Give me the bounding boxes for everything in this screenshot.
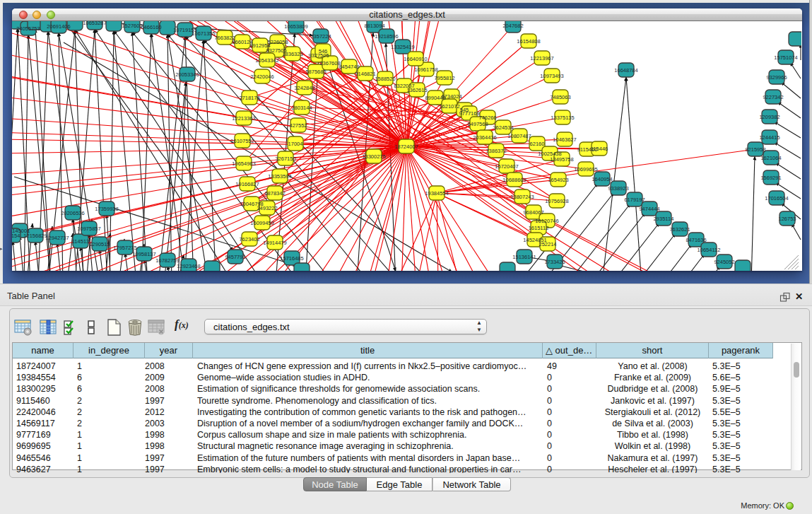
svg-text:13325419: 13325419 bbox=[391, 44, 414, 50]
svg-text:8454749: 8454749 bbox=[339, 64, 359, 70]
svg-text:39154: 39154 bbox=[12, 233, 20, 239]
svg-text:115446: 115446 bbox=[591, 146, 608, 152]
svg-text:10756928: 10756928 bbox=[545, 198, 568, 204]
svg-text:6878342: 6878342 bbox=[264, 190, 285, 197]
svg-text:6179197: 6179197 bbox=[624, 197, 645, 203]
svg-text:10653809: 10653809 bbox=[284, 23, 307, 30]
svg-text:16107552: 16107552 bbox=[230, 138, 254, 144]
svg-text:17957275: 17957275 bbox=[113, 245, 136, 251]
svg-text:746266: 746266 bbox=[478, 115, 496, 121]
svg-text:9227342: 9227342 bbox=[763, 94, 783, 100]
svg-text:10463627: 10463627 bbox=[553, 136, 576, 143]
svg-text:7623402: 7623402 bbox=[239, 236, 259, 243]
svg-text:19384554: 19384554 bbox=[425, 190, 448, 197]
svg-text:16099459: 16099459 bbox=[250, 220, 273, 226]
svg-text:2718176: 2718176 bbox=[239, 95, 259, 101]
svg-text:10975857: 10975857 bbox=[77, 226, 100, 232]
svg-text:546: 546 bbox=[319, 48, 328, 54]
svg-text:3493222: 3493222 bbox=[257, 205, 277, 211]
svg-text:12156829: 12156829 bbox=[23, 233, 47, 239]
svg-text:15136141: 15136141 bbox=[512, 254, 536, 260]
svg-text:16648784: 16648784 bbox=[614, 67, 637, 74]
svg-text:1640954: 1640954 bbox=[592, 176, 612, 182]
svg-text:7485063: 7485063 bbox=[550, 94, 570, 100]
svg-text:13375135: 13375135 bbox=[551, 115, 574, 121]
svg-text:17359938: 17359938 bbox=[95, 206, 118, 212]
svg-text:9338923: 9338923 bbox=[608, 185, 628, 192]
svg-text:16120746: 16120746 bbox=[535, 218, 558, 224]
svg-text:16782759: 16782759 bbox=[155, 257, 179, 264]
svg-text:13300275: 13300275 bbox=[362, 153, 385, 160]
svg-text:12942737: 12942737 bbox=[45, 235, 69, 241]
svg-text:62160: 62160 bbox=[530, 141, 545, 147]
svg-text:16640910: 16640910 bbox=[404, 56, 427, 62]
svg-text:7955812: 7955812 bbox=[434, 75, 454, 81]
svg-text:1290515: 1290515 bbox=[89, 241, 110, 247]
svg-text:20053346: 20053346 bbox=[175, 71, 199, 78]
svg-text:24055753: 24055753 bbox=[16, 25, 40, 32]
svg-text:19218596: 19218596 bbox=[375, 33, 398, 40]
svg-text:9457791: 9457791 bbox=[225, 254, 245, 260]
svg-text:9245052: 9245052 bbox=[714, 259, 734, 265]
svg-text:8215958: 8215958 bbox=[745, 146, 765, 153]
svg-text:7632621: 7632621 bbox=[669, 226, 690, 233]
svg-text:1615112: 1615112 bbox=[529, 225, 549, 231]
svg-text:10688609: 10688609 bbox=[502, 177, 526, 183]
svg-text:20364436: 20364436 bbox=[473, 134, 496, 141]
svg-text:1836323: 1836323 bbox=[282, 51, 302, 57]
svg-text:19166827: 19166827 bbox=[235, 181, 259, 187]
svg-text:13353594: 13353594 bbox=[268, 173, 291, 180]
svg-text:2803144: 2803144 bbox=[291, 105, 312, 111]
svg-text:20691406: 20691406 bbox=[47, 23, 70, 30]
svg-text:19654963: 19654963 bbox=[232, 160, 255, 167]
svg-text:1621072: 1621072 bbox=[439, 103, 459, 110]
svg-text:12213967: 12213967 bbox=[530, 55, 553, 62]
svg-text:7357224: 7357224 bbox=[310, 33, 331, 40]
svg-text:427552: 427552 bbox=[289, 122, 307, 129]
svg-text:5226058: 5226058 bbox=[267, 39, 288, 45]
svg-text:10653287: 10653287 bbox=[83, 21, 106, 26]
svg-text:6734024: 6734024 bbox=[441, 93, 461, 100]
svg-text:18724007: 18724007 bbox=[394, 144, 418, 150]
svg-text:20206536: 20206536 bbox=[61, 210, 84, 216]
svg-text:1733426: 1733426 bbox=[544, 259, 565, 265]
svg-text:22420046: 22420046 bbox=[250, 74, 273, 80]
svg-text:10973493: 10973493 bbox=[540, 73, 563, 79]
svg-text:1621064: 1621064 bbox=[760, 155, 781, 161]
svg-text:10654112: 10654112 bbox=[698, 247, 721, 253]
svg-text:13495758: 13495758 bbox=[550, 156, 573, 163]
svg-text:1527602: 1527602 bbox=[122, 23, 142, 29]
svg-text:3624534: 3624534 bbox=[493, 124, 513, 131]
svg-text:9777169: 9777169 bbox=[459, 110, 479, 117]
svg-text:1244415: 1244415 bbox=[759, 134, 779, 141]
svg-text:12213363: 12213363 bbox=[232, 115, 255, 122]
svg-text:7386372: 7386372 bbox=[486, 148, 506, 154]
svg-text:8813094: 8813094 bbox=[364, 23, 384, 29]
svg-text:10671355: 10671355 bbox=[192, 30, 215, 37]
svg-text:15720407: 15720407 bbox=[495, 163, 518, 170]
svg-text:14914479: 14914479 bbox=[263, 240, 286, 246]
svg-text:1362615: 1362615 bbox=[406, 87, 427, 93]
svg-text:2935114: 2935114 bbox=[654, 216, 674, 222]
svg-text:6497568: 6497568 bbox=[467, 121, 488, 127]
svg-text:10958137: 10958137 bbox=[132, 251, 155, 257]
svg-text:17004: 17004 bbox=[288, 141, 303, 147]
svg-text:16961758: 16961758 bbox=[414, 66, 437, 73]
svg-text:10699695: 10699695 bbox=[574, 166, 597, 173]
svg-text:2367608: 2367608 bbox=[319, 60, 340, 66]
svg-text:15716485: 15716485 bbox=[280, 255, 303, 262]
svg-text:5875685: 5875685 bbox=[305, 69, 326, 75]
svg-text:8471636: 8471636 bbox=[686, 237, 706, 243]
svg-text:3242848: 3242848 bbox=[294, 85, 314, 91]
svg-text:10543342: 10543342 bbox=[255, 57, 278, 64]
svg-text:114513: 114513 bbox=[72, 238, 89, 245]
svg-text:1209382: 1209382 bbox=[759, 114, 779, 120]
svg-text:3267150: 3267150 bbox=[275, 156, 295, 162]
svg-text:1654923: 1654923 bbox=[548, 177, 568, 183]
svg-text:16154808: 16154808 bbox=[517, 38, 540, 45]
svg-text:15751074: 15751074 bbox=[774, 54, 797, 61]
svg-text:9146821: 9146821 bbox=[355, 71, 375, 77]
svg-text:252214: 252214 bbox=[539, 241, 556, 247]
svg-text:9684067: 9684067 bbox=[523, 209, 543, 216]
svg-text:9329966: 9329966 bbox=[766, 74, 787, 81]
